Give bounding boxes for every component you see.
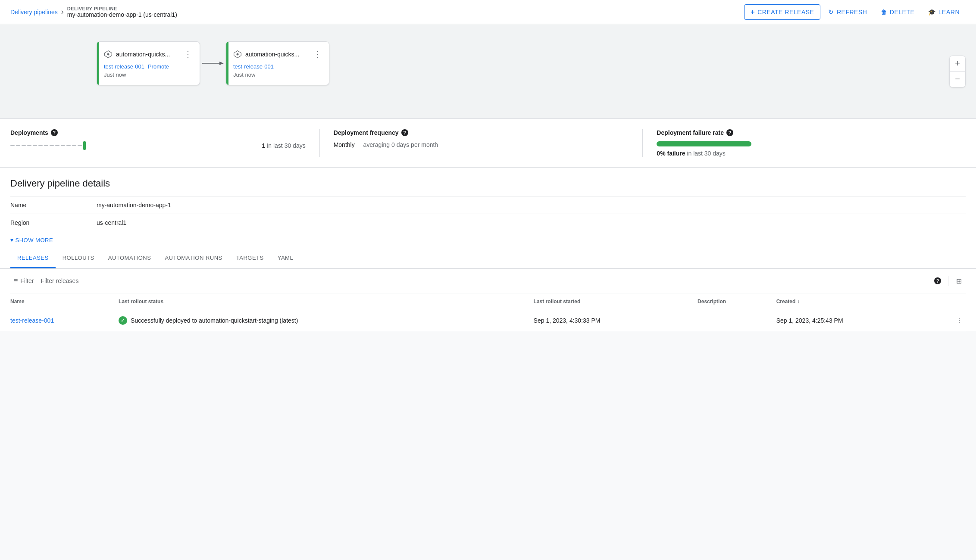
node-1-promote-button[interactable]: Promote — [148, 63, 169, 70]
breadcrumb-separator: › — [61, 7, 64, 16]
dash-3 — [22, 145, 26, 146]
header: Delivery pipelines › DELIVERY PIPELINE m… — [0, 0, 976, 24]
node-2-header: automation-quicks... ⋮ — [233, 49, 322, 60]
frequency-value: Monthly — [334, 141, 355, 148]
node-1-release: test-release-001 Promote — [104, 63, 193, 70]
svg-marker-3 — [219, 62, 224, 65]
frequency-value-row: Monthly averaging 0 days per month — [334, 141, 629, 148]
table-head: NameLast rollout statusLast rollout star… — [10, 293, 966, 310]
node-1-header: automation-quicks... ⋮ — [104, 49, 193, 60]
filter-input-placeholder[interactable]: Filter releases — [41, 277, 927, 284]
columns-button[interactable]: ⊞ — [952, 274, 966, 288]
release-started-cell: Sep 1, 2023, 4:30:33 PM — [530, 310, 694, 331]
trash-icon: 🗑 — [881, 9, 887, 16]
deployments-value-row: 1 in last 30 days — [10, 141, 306, 150]
refresh-icon: ↻ — [828, 8, 834, 16]
deployments-label: Deployments ? — [10, 129, 306, 136]
node-2-menu-button[interactable]: ⋮ — [313, 49, 322, 60]
metrics-section: Deployments ? — [0, 119, 976, 168]
node-2-release-name[interactable]: test-release-001 — [233, 63, 274, 70]
learn-button[interactable]: 🎓 LEARN — [922, 5, 966, 19]
delete-button[interactable]: 🗑 DELETE — [875, 5, 920, 19]
dash-8 — [50, 145, 54, 146]
dash-11 — [66, 145, 71, 146]
pipeline-label: DELIVERY PIPELINE — [67, 6, 177, 11]
detail-value: my-automation-demo-app-1 — [97, 196, 966, 214]
zoom-in-button[interactable]: + — [950, 56, 965, 72]
filter-actions: ? ⊞ — [931, 274, 966, 288]
tab-automations[interactable]: AUTOMATIONS — [101, 249, 158, 268]
help-icon: ? — [934, 277, 941, 284]
tab-targets[interactable]: TARGETS — [229, 249, 271, 268]
tab-yaml[interactable]: YAML — [271, 249, 300, 268]
filter-button[interactable]: ≡ Filter — [10, 275, 37, 286]
table-section: ≡ Filter Filter releases ? ⊞ NameLast ro… — [0, 269, 976, 331]
tabs-bar: RELEASESROLLOUTSAUTOMATIONSAUTOMATION RU… — [10, 249, 966, 268]
dash-1 — [10, 145, 15, 146]
node-1-title: automation-quicks... — [104, 50, 170, 59]
release-row-menu[interactable]: ⋮ — [937, 310, 966, 331]
release-description-cell — [694, 310, 773, 331]
node-2-name: automation-quicks... — [245, 51, 299, 58]
pipeline-node-1: automation-quicks... ⋮ test-release-001 … — [97, 41, 200, 85]
status-text: Successfully deployed to automation-quic… — [131, 317, 298, 324]
release-created-cell: Sep 1, 2023, 4:25:43 PM — [773, 310, 937, 331]
tab-releases[interactable]: RELEASES — [10, 249, 56, 268]
node-1-menu-button[interactable]: ⋮ — [183, 49, 193, 60]
col-header-name: Name — [10, 293, 115, 310]
create-release-button[interactable]: + CREATE RELEASE — [744, 4, 820, 20]
col-header-status: Last rollout status — [115, 293, 530, 310]
deployments-bar — [10, 141, 258, 150]
refresh-button[interactable]: ↻ REFRESH — [822, 5, 873, 19]
breadcrumb-link[interactable]: Delivery pipelines — [10, 9, 58, 16]
help-icon-button[interactable]: ? — [931, 274, 945, 288]
deployment-dashes — [10, 141, 86, 150]
table-row: test-release-001✓Successfully deployed t… — [10, 310, 966, 331]
failure-rate-value: 0% failure in last 30 days — [657, 150, 952, 157]
filter-bar: ≡ Filter Filter releases ? ⊞ — [10, 269, 966, 293]
deployments-help-icon[interactable]: ? — [51, 129, 58, 136]
failure-rate-bar — [657, 141, 751, 146]
col-header-description: Description — [694, 293, 773, 310]
frequency-sub: averaging 0 days per month — [363, 141, 438, 148]
node-2-title: automation-quicks... — [233, 50, 299, 59]
frequency-help-icon[interactable]: ? — [401, 129, 408, 136]
frequency-metric: Deployment frequency ? Monthly averaging… — [334, 129, 643, 157]
releases-table: NameLast rollout statusLast rollout star… — [10, 293, 966, 331]
filter-icon: ≡ — [14, 277, 18, 285]
dash-2 — [16, 145, 20, 146]
pipeline-canvas: automation-quicks... ⋮ test-release-001 … — [0, 24, 976, 119]
header-actions: + CREATE RELEASE ↻ REFRESH 🗑 DELETE 🎓 LE… — [744, 4, 966, 20]
col-header-actions — [937, 293, 966, 310]
failure-rate-help-icon[interactable]: ? — [726, 129, 733, 136]
col-header-started: Last rollout started — [530, 293, 694, 310]
node-2-release: test-release-001 — [233, 63, 322, 70]
tab-automation-runs[interactable]: AUTOMATION RUNS — [158, 249, 229, 268]
breadcrumb-current: DELIVERY PIPELINE my-automation-demo-app… — [67, 6, 177, 18]
release-name-link[interactable]: test-release-001 — [10, 317, 54, 324]
dash-4 — [27, 145, 31, 146]
details-section: Delivery pipeline details Namemy-automat… — [0, 168, 976, 249]
dash-6 — [38, 145, 43, 146]
chevron-down-icon: ▾ — [10, 236, 14, 243]
success-icon: ✓ — [119, 316, 127, 325]
show-more-button[interactable]: ▾ SHOW MORE — [10, 231, 966, 249]
pipeline-name: my-automation-demo-app-1 (us-central1) — [67, 11, 177, 18]
pipeline-nodes: automation-quicks... ⋮ test-release-001 … — [97, 41, 966, 85]
col-header-created[interactable]: Created↓ — [773, 293, 937, 310]
release-name-cell: test-release-001 — [10, 310, 115, 331]
dash-9 — [55, 145, 59, 146]
svg-point-1 — [107, 53, 109, 56]
details-row: Namemy-automation-demo-app-1 — [10, 196, 966, 214]
dash-7 — [44, 145, 48, 146]
node-2-icon — [233, 50, 242, 59]
plus-icon: + — [751, 8, 755, 16]
node-1-time: Just now — [104, 72, 193, 78]
svg-point-5 — [237, 53, 239, 56]
zoom-out-button[interactable]: − — [950, 72, 965, 87]
tab-rollouts[interactable]: ROLLOUTS — [56, 249, 101, 268]
dash-13 — [78, 145, 82, 146]
node-1-release-name[interactable]: test-release-001 — [104, 63, 144, 70]
release-status-cell: ✓Successfully deployed to automation-qui… — [115, 310, 530, 331]
details-row: Regionus-central1 — [10, 214, 966, 232]
